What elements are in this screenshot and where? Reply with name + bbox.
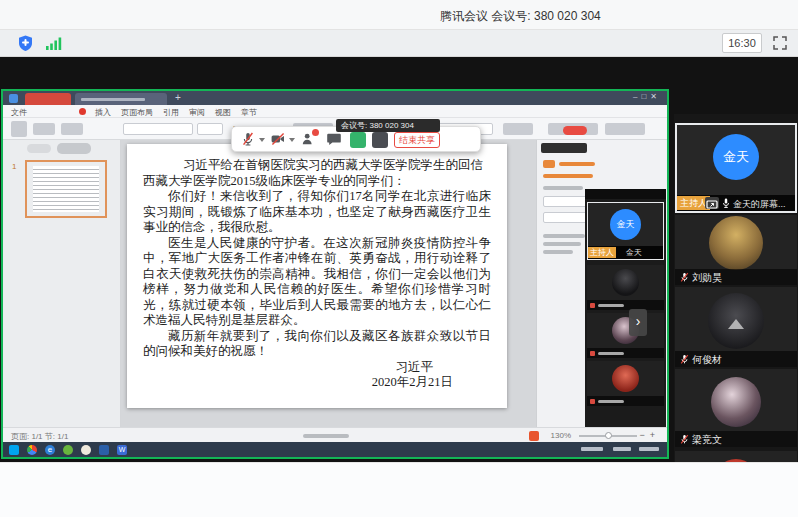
letter-paragraph-2: 医生是人民健康的守护者。在这次新冠肺炎疫情防控斗争中，军地广大医务工作者冲锋在前… [143,236,491,329]
wps-menu-view: 视图 [215,107,231,118]
wps-fontsize-select [197,123,223,135]
wps-menubar: 文件 插入 页面布局 引用 审阅 视图 章节 [3,105,667,118]
app-icon [63,445,73,455]
wps-taskbar-icon: W [117,445,127,455]
wps-home-icon [9,94,18,103]
chrome-icon [27,445,37,455]
participant-tile[interactable]: 梁竞文 [675,369,797,447]
captured-red-badge [563,126,587,135]
ie-icon: e [45,445,55,455]
meeting-statusbar: 16:30 [0,30,798,57]
end-share-button: 结束共享 [394,132,440,148]
nested-host-badge: 主持人 [588,247,616,258]
app-icon [81,445,91,455]
window-titlebar: 腾讯会议 会议号: 380 020 304 [0,0,798,30]
nested-meeting-panel: 金天 主持人 金天 [585,189,666,459]
wps-zoom-level: 130% [551,431,571,440]
nested-host-name: 金天 [626,247,642,258]
wps-document-tab [75,93,167,105]
participant-avatar [709,216,763,270]
muted-mic-icon [679,354,690,365]
wps-menu-section: 章节 [241,107,257,118]
app-icon [99,445,109,455]
letter-paragraph-1: 你们好！来信收到了，得知你们17名同学在北京进行临床实习期间，既锻炼了临床基本功… [143,189,491,236]
wps-statusbar: 页面: 1/1 节: 1/1 130% − + [3,427,667,442]
muted-mic-icon [679,434,690,445]
task-pane-input [543,212,587,223]
letter-page: 习近平给在首钢医院实习的西藏大学医学院学生的回信 西藏大学医学院2015级临床医… [127,144,507,408]
host-namebar: 主持人 金天的屏幕... [677,195,795,211]
nested-participant-tile [587,265,664,310]
nested-expand-chevron-icon: › [629,309,647,336]
participant-name: 何俊材 [692,353,722,367]
nested-participant-tile [587,361,664,406]
screen-share-chip [705,197,719,209]
wps-vip-icon [79,108,86,115]
wps-newtab-icon: + [175,92,181,103]
wps-tabbar: + –□✕ [3,91,667,105]
wps-page-info: 页面: 1/1 节: 1/1 [11,431,68,442]
captured-meeting-id-strip: 会议号: 380 020 304 [336,119,440,132]
bottom-toolbar: 解除静音 开启视频 共享屏幕 [0,462,798,517]
camera-muted-icon [270,131,286,147]
wps-thumbnail-pane: 1 [3,140,121,427]
muted-mic-icon [590,399,595,404]
windows-start-icon [9,445,19,455]
windows-taskbar: e W [3,442,667,457]
task-pane-input [543,196,587,207]
wps-document-area: 习近平给在首钢医院实习的西藏大学医学院学生的回信 西藏大学医学院2015级临床医… [121,140,536,427]
muted-mic-icon [679,272,690,283]
wps-menu-insert: 插入 [95,107,111,118]
host-avatar: 金天 [713,134,759,180]
nested-host-tile: 金天 主持人 金天 [587,202,664,260]
wps-tool-icon [529,431,539,441]
participant-tile-host[interactable]: 金天 主持人 金天的屏幕... [675,123,797,213]
members-alert-badge [312,129,319,136]
host-share-label: 金天的屏幕... [733,198,786,211]
wps-menu-layout: 页面布局 [121,107,153,118]
security-shield-icon[interactable] [18,35,33,52]
chat-icon [326,131,342,147]
wps-window-controls: –□✕ [633,92,661,101]
letter-paragraph-3: 藏历新年就要到了，我向你们以及藏区各族群众致以节日的问候和美好的祝愿！ [143,329,491,360]
meeting-window: 腾讯会议 会议号: 380 020 304 16:30 + –□✕ [0,0,798,517]
fullscreen-icon[interactable] [772,35,788,51]
wps-body: 1 习近平给在首钢医院实习的西藏大学医学院学生的回信 西藏大学医学院2015级临… [3,140,667,427]
participant-name: 刘勋昊 [692,271,722,285]
host-mic-icon [721,198,731,209]
wps-menu-ref: 引用 [163,107,179,118]
meeting-timer: 16:30 [722,33,762,53]
wps-menu-file: 文件 [11,107,27,118]
muted-mic-icon [590,303,595,308]
letter-title: 习近平给在首钢医院实习的西藏大学医学院学生的回信 [143,158,491,174]
mic-muted-icon [240,131,256,147]
letter-signature: 习近平 [143,360,491,376]
wps-logo-tab [25,93,71,105]
annotation-tool-icon [350,132,366,148]
participant-name: 梁竞文 [692,433,722,447]
muted-mic-icon [590,351,595,356]
pause-share-icon [372,132,388,148]
participant-tile[interactable]: 刘勋昊 [675,215,797,285]
letter-salutation: 西藏大学医学院2015级临床医学专业的同学们： [143,174,491,190]
network-signal-icon[interactable] [46,37,62,50]
participant-avatar [711,377,761,427]
wps-font-select [123,123,193,135]
letter-date: 2020年2月21日 [143,375,491,391]
nested-participant-tile [587,313,664,358]
main-stage: + –□✕ 文件 插入 页面布局 引用 审阅 视图 章节 B [0,57,798,462]
thumb-page-number: 1 [12,162,16,171]
wps-menu-review: 审阅 [189,107,205,118]
participant-avatar [708,293,764,349]
shared-screen-video: + –□✕ 文件 插入 页面布局 引用 审阅 视图 章节 B [1,89,669,459]
page-thumbnail [25,160,107,218]
nested-host-avatar: 金天 [610,209,641,240]
participant-tile[interactable]: 何俊材 [675,287,797,367]
participants-sidebar: 金天 主持人 金天的屏幕... [674,114,798,517]
meeting-title: 腾讯会议 会议号: 380 020 304 [440,8,601,25]
